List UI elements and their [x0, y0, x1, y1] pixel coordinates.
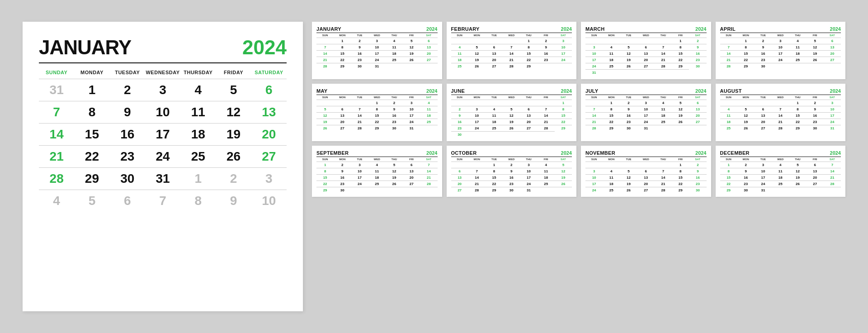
small-month-name: AUGUST [720, 88, 742, 94]
small-date-grid: 1 2 3 4 5 6 7 8 9 10 11 12 13 14 15 16 1… [585, 38, 707, 76]
small-date-cell: 6 [807, 162, 824, 168]
large-date-cell: 5 [216, 79, 251, 101]
small-year: 2024 [830, 150, 841, 156]
small-date-cell [772, 100, 789, 106]
small-dow: WED [637, 33, 655, 37]
small-month-name: MAY [316, 88, 327, 94]
small-date-cell: 9 [386, 106, 403, 112]
small-date-cell: 30 [451, 131, 468, 138]
small-date-cell: 22 [520, 57, 537, 63]
small-date-grid: 1 2 3 4 5 6 7 8 9 10 11 12 13 14 15 16 1… [720, 38, 841, 69]
small-date-cell [655, 162, 672, 168]
small-date-cell: 3 [403, 100, 420, 106]
small-date-cell [368, 187, 386, 193]
small-date-grid: 1 2 3 4 5 6 7 8 9 10 11 12 13 14 15 16 1… [585, 100, 707, 131]
small-date-cell: 5 [620, 44, 637, 50]
small-dow-row: SUN MON TUE WED THU FRI SAT [585, 157, 707, 161]
small-date-cell: 30 [386, 125, 403, 131]
small-date-cell: 8 [672, 168, 689, 174]
small-dow-row: SUN MON TUE WED THU FRI SAT [585, 95, 707, 99]
small-date-cell: 18 [655, 112, 672, 119]
small-date-cell: 16 [386, 112, 403, 119]
small-date-cell: 10 [585, 50, 603, 57]
small-date-cell [538, 131, 555, 138]
small-date-cell: 1 [368, 100, 386, 106]
small-date-cell: 17 [585, 181, 603, 187]
small-date-cell: 25 [789, 57, 806, 63]
small-dow: FRI [807, 33, 824, 37]
small-date-cell: 24 [772, 57, 789, 63]
small-date-cell: 1 [486, 162, 503, 168]
small-month-name: NOVEMBER [585, 150, 615, 156]
small-date-cell: 23 [689, 181, 706, 187]
small-date-cell [403, 63, 420, 69]
small-date-cell: 6 [451, 168, 468, 174]
small-date-cell: 2 [451, 106, 468, 112]
small-dow: THU [789, 33, 806, 37]
small-dow: THU [655, 33, 672, 37]
small-dow: SUN [451, 95, 468, 99]
small-calendar-may: MAY 2024 SUN MON TUE WED THU FRI SAT 1 2… [312, 84, 442, 141]
small-date-cell [451, 162, 468, 168]
small-date-cell: 14 [468, 174, 486, 181]
small-date-cell [824, 63, 841, 69]
large-date-cell: 26 [216, 145, 251, 167]
small-date-cell: 13 [824, 44, 841, 50]
small-date-cell: 10 [403, 106, 420, 112]
small-date-cell [603, 162, 620, 168]
small-date-cell: 12 [468, 50, 486, 57]
small-date-cell: 9 [737, 168, 755, 174]
small-date-cell: 4 [486, 106, 503, 112]
small-dow: WED [368, 33, 386, 37]
small-date-cell [486, 100, 503, 106]
small-dow: WED [503, 95, 520, 99]
small-date-cell: 1 [334, 38, 351, 44]
small-date-cell: 25 [368, 181, 386, 187]
small-date-cell: 17 [637, 112, 655, 119]
large-calendar-header: JANUARY 2024 [39, 36, 287, 59]
small-date-cell: 15 [603, 112, 620, 119]
small-dow: WED [772, 33, 789, 37]
small-dow: SAT [689, 157, 706, 161]
small-date-cell: 29 [486, 187, 503, 193]
small-date-cell: 21 [503, 57, 520, 63]
small-date-cell: 13 [334, 112, 351, 119]
small-dow: SUN [720, 157, 737, 161]
small-dow: SUN [316, 157, 334, 161]
small-divider [451, 33, 572, 33]
small-date-cell: 8 [486, 168, 503, 174]
small-calendar-april: APRIL 2024 SUN MON TUE WED THU FRI SAT 1… [716, 22, 846, 79]
small-dow: SAT [824, 157, 841, 161]
small-date-cell: 4 [420, 100, 437, 106]
small-dow: WED [772, 157, 789, 161]
small-date-cell [420, 187, 437, 193]
small-dow: SAT [420, 157, 437, 161]
small-date-cell: 17 [555, 50, 572, 57]
small-date-cell: 22 [737, 57, 755, 63]
small-date-cell: 5 [503, 106, 520, 112]
small-date-cell: 7 [720, 44, 737, 50]
small-date-cell [737, 100, 755, 106]
small-date-cell: 27 [755, 125, 772, 131]
small-date-cell: 14 [316, 50, 334, 57]
small-divider [585, 157, 707, 157]
small-dow: THU [789, 157, 806, 161]
small-date-cell [720, 38, 737, 44]
small-date-cell: 5 [468, 44, 486, 50]
small-date-grid: 1 2 3 4 5 6 7 8 9 10 11 12 13 14 15 16 1… [720, 162, 841, 193]
small-date-cell: 5 [672, 100, 689, 106]
small-date-cell: 21 [772, 119, 789, 125]
small-date-cell: 30 [689, 187, 706, 193]
large-date-cell: 7 [145, 190, 180, 212]
small-date-cell [555, 63, 572, 69]
small-date-cell: 27 [520, 125, 537, 131]
small-date-cell: 18 [386, 50, 403, 57]
small-date-cell: 24 [637, 119, 655, 125]
small-date-cell: 16 [538, 50, 555, 57]
small-date-cell [603, 38, 620, 44]
small-date-cell: 18 [538, 174, 555, 181]
small-date-cell: 28 [316, 63, 334, 69]
small-date-cell: 22 [672, 57, 689, 63]
small-calendar-november: NOVEMBER 2024 SUN MON TUE WED THU FRI SA… [581, 146, 711, 197]
small-date-cell [672, 125, 689, 131]
